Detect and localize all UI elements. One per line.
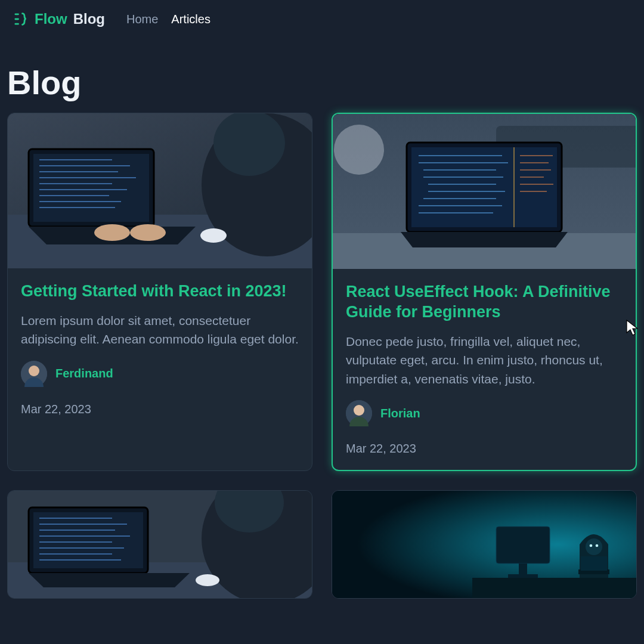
article-thumbnail (8, 491, 312, 598)
svg-point-69 (596, 544, 599, 547)
svg-point-67 (586, 538, 602, 555)
svg-rect-66 (508, 574, 538, 578)
author-avatar[interactable] (346, 400, 372, 426)
author-name[interactable]: Florian (380, 407, 420, 420)
nav-articles[interactable]: Articles (171, 13, 210, 26)
svg-point-22 (334, 125, 384, 175)
article-title[interactable]: Getting Started with React in 2023! (21, 281, 299, 302)
brand-plain: Blog (73, 11, 105, 27)
article-body: React UseEffect Hook: A Definitive Guide… (333, 269, 636, 470)
svg-rect-26 (411, 147, 557, 227)
brand-logo-icon (12, 11, 29, 27)
article-thumbnail (8, 113, 312, 268)
author-row: Ferdinand (21, 361, 299, 387)
header: Flow Blog Home Articles (0, 0, 644, 27)
svg-rect-5 (33, 154, 149, 222)
author-name[interactable]: Ferdinand (55, 367, 113, 380)
svg-rect-65 (519, 564, 527, 574)
svg-point-3 (213, 113, 285, 176)
article-body: Getting Started with React in 2023! Lore… (8, 268, 312, 431)
page-title: Blog (0, 27, 644, 113)
svg-point-18 (200, 228, 227, 243)
svg-rect-71 (581, 556, 607, 571)
article-card[interactable]: React UseEffect Hook: A Definitive Guide… (332, 113, 637, 471)
svg-marker-43 (401, 232, 568, 247)
svg-point-16 (94, 224, 130, 241)
svg-marker-60 (29, 573, 190, 587)
article-grid-row2 (0, 490, 644, 599)
article-thumbnail (332, 491, 636, 598)
article-date: Mar 22, 2023 (346, 442, 623, 456)
svg-rect-64 (496, 527, 550, 564)
svg-point-20 (29, 366, 39, 376)
svg-point-68 (590, 544, 593, 547)
article-card[interactable]: Getting Started with React in 2023! Lore… (7, 113, 312, 471)
svg-rect-72 (472, 578, 636, 598)
nav-home[interactable]: Home (126, 13, 158, 26)
svg-point-17 (130, 224, 166, 241)
article-excerpt: Donec pede justo, fringilla vel, aliquet… (346, 332, 623, 389)
brand[interactable]: Flow Blog (12, 11, 105, 27)
article-title[interactable]: React UseEffect Hook: A Definitive Guide… (346, 282, 623, 323)
article-card[interactable] (7, 490, 312, 599)
svg-point-45 (354, 405, 364, 416)
article-excerpt: Lorem ipsum dolor sit amet, consectetuer… (21, 311, 299, 349)
top-nav: Home Articles (126, 13, 210, 26)
article-thumbnail (333, 114, 636, 269)
brand-accent: Flow (35, 11, 67, 27)
article-grid: Getting Started with React in 2023! Lore… (0, 113, 644, 471)
author-row: Florian (346, 400, 623, 426)
article-date: Mar 22, 2023 (21, 402, 299, 416)
article-card[interactable] (332, 490, 637, 599)
author-avatar[interactable] (21, 361, 47, 387)
svg-point-61 (196, 574, 219, 586)
